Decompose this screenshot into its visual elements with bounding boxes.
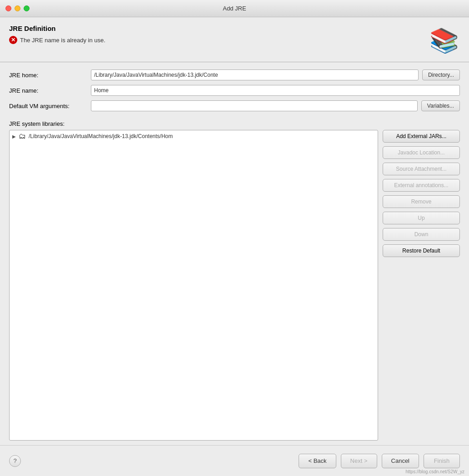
error-row: ✕ The JRE name is already in use. <box>9 36 105 44</box>
header-left: JRE Definition ✕ The JRE name is already… <box>9 25 105 44</box>
title-bar: Add JRE <box>0 0 469 17</box>
variables-button[interactable]: Variables... <box>421 100 460 111</box>
libraries-list[interactable]: ▶ 🗂 /Library/Java/JavaVirtualMachines/jd… <box>9 130 378 441</box>
cancel-button[interactable]: Cancel <box>382 454 419 468</box>
directory-button[interactable]: Directory... <box>422 69 460 80</box>
jre-home-row: JRE home: Directory... <box>9 69 460 80</box>
finish-button[interactable]: Finish <box>424 454 460 468</box>
window-title: Add JRE <box>223 5 246 12</box>
form-section: JRE home: Directory... JRE name: Default… <box>0 62 469 120</box>
library-action-buttons: Add External JARs... Javadoc Location...… <box>383 130 460 441</box>
jre-home-input[interactable] <box>91 69 419 80</box>
footer: ? < Back Next > Cancel Finish https://bl… <box>0 445 469 476</box>
minimize-button[interactable] <box>15 5 20 11</box>
main-content: JRE Definition ✕ The JRE name is already… <box>0 17 469 445</box>
remove-button[interactable]: Remove <box>383 195 460 208</box>
libraries-label: JRE system libraries: <box>9 120 460 127</box>
jre-name-input[interactable] <box>91 85 460 96</box>
close-button[interactable] <box>5 5 11 11</box>
back-button[interactable]: < Back <box>299 454 336 468</box>
header-section: JRE Definition ✕ The JRE name is already… <box>0 17 469 62</box>
page-title: JRE Definition <box>9 25 105 32</box>
libraries-section: JRE system libraries: ▶ 🗂 /Library/Java/… <box>0 120 469 445</box>
javadoc-location-button[interactable]: Javadoc Location... <box>383 146 460 159</box>
jre-name-row: JRE name: <box>9 85 460 96</box>
add-external-jars-button[interactable]: Add External JARs... <box>383 130 460 143</box>
jre-name-label: JRE name: <box>9 87 91 94</box>
books-icon: 📚 <box>428 25 460 56</box>
help-button[interactable]: ? <box>9 455 21 467</box>
down-button[interactable]: Down <box>383 228 460 241</box>
window-controls <box>5 5 30 11</box>
next-button[interactable]: Next > <box>341 454 377 468</box>
folder-icon: 🗂 <box>19 132 26 140</box>
expand-arrow-icon: ▶ <box>12 134 16 139</box>
libraries-body: ▶ 🗂 /Library/Java/JavaVirtualMachines/jd… <box>9 130 460 441</box>
error-message: The JRE name is already in use. <box>20 37 105 44</box>
source-attachment-button[interactable]: Source Attachment... <box>383 163 460 175</box>
footer-left: ? <box>9 455 21 467</box>
default-vm-input[interactable] <box>91 100 418 111</box>
footer-navigation-buttons: < Back Next > Cancel Finish <box>299 454 460 468</box>
external-annotations-button[interactable]: External annotations... <box>383 179 460 192</box>
default-vm-label: Default VM arguments: <box>9 103 91 109</box>
up-button[interactable]: Up <box>383 212 460 224</box>
library-path: /Library/Java/JavaVirtualMachines/jdk-13… <box>29 133 173 139</box>
maximize-button[interactable] <box>24 5 30 11</box>
default-vm-row: Default VM arguments: Variables... <box>9 100 460 111</box>
error-icon: ✕ <box>9 36 17 44</box>
jre-home-label: JRE home: <box>9 72 91 79</box>
restore-default-button[interactable]: Restore Default <box>383 244 460 257</box>
library-item[interactable]: ▶ 🗂 /Library/Java/JavaVirtualMachines/jd… <box>10 130 378 142</box>
footer-url: https://blog.csdn.net/S2W_yz <box>405 469 464 474</box>
